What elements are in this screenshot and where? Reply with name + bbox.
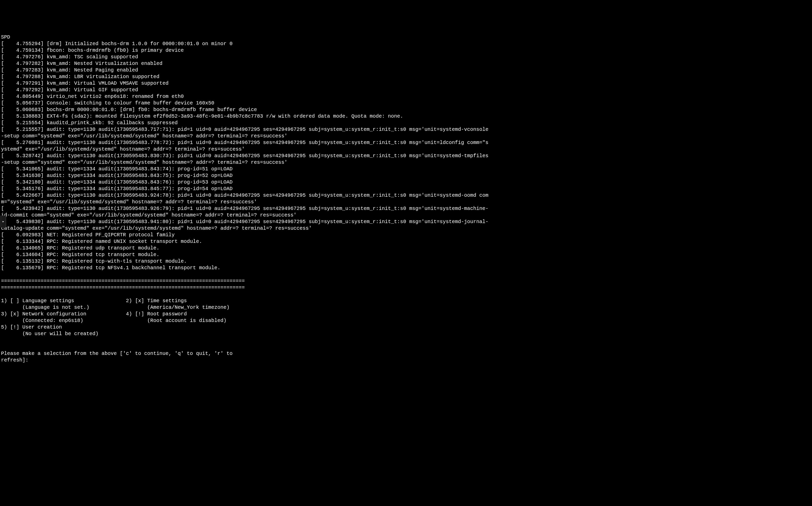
header-line: SPD [1, 34, 10, 40]
menu-row-5[interactable]: 5) [!] User creation [1, 324, 62, 330]
menu-row-1-detail: (Language is not set.) (America/New_York… [1, 305, 229, 310]
side-panel-toggle[interactable]: ▸ [1, 216, 6, 228]
terminal-output[interactable]: SPD [ 4.755294] [drm] Initialized bochs-… [0, 26, 812, 363]
chevron-right-icon: ▸ [2, 219, 4, 224]
prompt-line-1: Please make a selection from the above [… [1, 351, 232, 356]
menu-row-1[interactable]: 1) [ ] Language settings 2) [x] Time set… [1, 298, 187, 304]
menu-row-5-detail: (No user will be created) [1, 331, 98, 337]
dmesg-block: [ 4.755294] [drm] Initialized bochs-drm … [1, 40, 812, 271]
separator-line-1: ========================================… [1, 278, 245, 284]
prompt-line-2[interactable]: refresh]: [1, 357, 31, 363]
menu-row-3[interactable]: 3) [x] Network configuration 4) [!] Root… [1, 311, 187, 317]
menu-row-3-detail: (Connected: enp6s18) (Root account is di… [1, 318, 226, 324]
separator-line-2: ========================================… [1, 285, 245, 290]
